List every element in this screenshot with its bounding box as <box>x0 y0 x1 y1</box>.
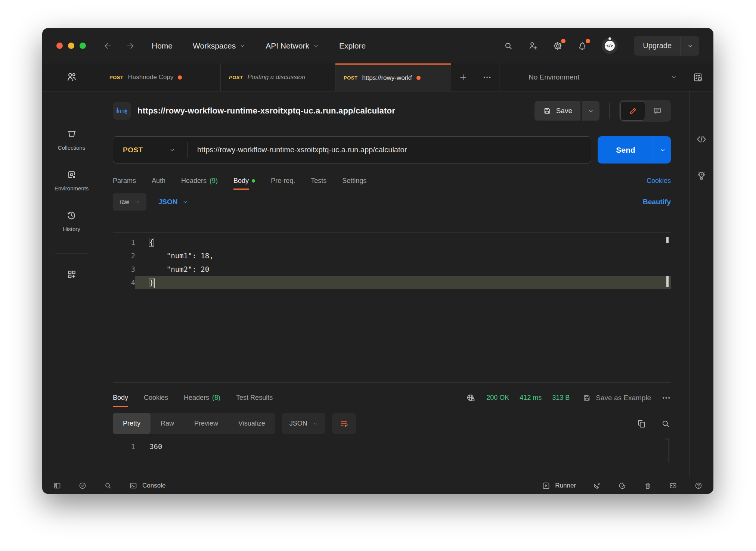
response-more-options[interactable]: ••• <box>662 395 671 401</box>
nav-api-network[interactable]: API Network <box>266 41 319 50</box>
window-controls <box>56 43 86 49</box>
globe-lock-icon[interactable] <box>465 393 476 403</box>
method-chevron-icon[interactable] <box>169 147 175 153</box>
chevron-down-icon <box>239 43 245 49</box>
body-mode-dropdown[interactable]: raw <box>113 193 146 211</box>
settings-gear-icon[interactable] <box>552 41 563 51</box>
chevron-down-icon <box>671 74 678 81</box>
sidebar-item-history[interactable]: History <box>63 209 80 232</box>
tab-posting-a-discussion[interactable]: POST Posting a discussion <box>221 63 335 91</box>
lightbulb-icon[interactable] <box>695 170 707 182</box>
response-tab-body[interactable]: Body <box>113 394 128 402</box>
cookies-link[interactable]: Cookies <box>647 177 671 185</box>
nav-explore[interactable]: Explore <box>339 41 366 50</box>
view-visualize[interactable]: Visualize <box>228 413 275 434</box>
search-response-icon[interactable] <box>660 418 671 429</box>
svg-text:HTTP: HTTP <box>117 109 127 113</box>
sidebar-add-block-button[interactable] <box>66 268 78 280</box>
response-controls: Pretty Raw Preview Visualize JSON <box>113 413 671 434</box>
response-type-dropdown[interactable]: JSON <box>282 413 325 434</box>
avatar[interactable]: </> <box>602 38 617 54</box>
help-icon[interactable] <box>694 481 703 490</box>
wrap-lines-icon <box>339 419 349 429</box>
comment-icon <box>653 106 662 116</box>
nav-home[interactable]: Home <box>152 41 173 50</box>
save-as-example-button[interactable]: Save as Example <box>582 393 651 402</box>
method-selector[interactable]: POST <box>123 146 169 154</box>
request-title: https://rowy-workflow-runtime-xsroitxptq… <box>137 106 395 116</box>
response-view-switcher: Pretty Raw Preview Visualize <box>113 413 275 434</box>
upgrade-button[interactable]: Upgrade <box>634 36 699 56</box>
console-button[interactable]: Console <box>129 481 165 490</box>
editor-scrollbar-mark[interactable] <box>666 237 669 243</box>
minimize-window-button[interactable] <box>68 43 74 49</box>
tab-rowy-workflow-active[interactable]: POST https://rowy-workf <box>335 63 451 91</box>
response-scrollbar[interactable] <box>669 439 669 463</box>
save-options-chevron[interactable] <box>582 101 599 121</box>
view-raw[interactable]: Raw <box>151 413 184 434</box>
chevron-down-icon <box>182 199 188 205</box>
response-status[interactable]: 200 OK <box>486 394 509 402</box>
response-tab-test-results[interactable]: Test Results <box>236 394 273 402</box>
tab-settings[interactable]: Settings <box>342 177 366 185</box>
close-window-button[interactable] <box>56 43 63 49</box>
runner-button[interactable]: Runner <box>542 481 576 490</box>
back-arrow-icon[interactable] <box>103 41 113 51</box>
response-body[interactable]: 1 360 <box>113 440 671 453</box>
find-icon[interactable] <box>103 481 112 490</box>
capture-requests-icon[interactable] <box>592 481 601 490</box>
maximize-window-button[interactable] <box>80 43 86 49</box>
sidebar-item-environments[interactable]: Environments <box>55 169 89 192</box>
more-tabs-button[interactable] <box>475 63 499 91</box>
copy-response-icon[interactable] <box>636 418 647 429</box>
divider <box>187 142 188 158</box>
tab-pre-request[interactable]: Pre-req. <box>271 177 295 185</box>
new-tab-button[interactable] <box>451 63 475 91</box>
url-input[interactable]: https://rowy-workflow-runtime-xsroitxptq… <box>197 146 407 154</box>
team-icon[interactable] <box>42 63 101 91</box>
tab-tests[interactable]: Tests <box>311 177 326 185</box>
panel-toggle-icon[interactable] <box>53 481 62 490</box>
request-body-editor[interactable]: 1 { 2 "num1": 18, 3 "num2": 20 4 } <box>113 232 671 382</box>
notifications-bell-icon[interactable] <box>577 41 588 51</box>
search-icon[interactable] <box>503 41 514 51</box>
editor-line: 2 "num1": 18, <box>113 249 671 262</box>
send-button[interactable]: Send <box>598 136 671 164</box>
request-tab-strip: POST Hashnode Copy POST Posting a discus… <box>42 63 713 91</box>
comment-button[interactable] <box>645 101 670 121</box>
edit-pencil-button[interactable] <box>620 101 645 121</box>
editor-scrollbar-mark[interactable] <box>666 276 669 287</box>
tab-params[interactable]: Params <box>113 177 136 185</box>
sidebar-item-collections[interactable]: Collections <box>58 128 85 151</box>
code-snippet-icon[interactable] <box>695 133 707 145</box>
right-rail <box>689 91 713 477</box>
tab-hashnode-copy[interactable]: POST Hashnode Copy <box>101 63 221 91</box>
send-options-chevron[interactable] <box>654 136 671 164</box>
tab-headers[interactable]: Headers(9) <box>181 177 218 185</box>
environment-quicklook-icon[interactable] <box>693 72 704 83</box>
body-type-dropdown[interactable]: JSON <box>158 198 188 206</box>
view-pretty[interactable]: Pretty <box>113 413 151 434</box>
editor-line: 3 "num2": 20 <box>113 262 671 276</box>
trash-icon[interactable] <box>643 481 652 490</box>
response-tab-headers[interactable]: Headers(8) <box>184 394 220 402</box>
split-pane-icon[interactable] <box>669 481 678 490</box>
nav-workspaces[interactable]: Workspaces <box>193 41 245 50</box>
upgrade-chevron[interactable] <box>681 36 699 56</box>
tab-auth[interactable]: Auth <box>152 177 165 185</box>
beautify-link[interactable]: Beautify <box>643 198 671 206</box>
tab-body[interactable]: Body <box>233 177 255 185</box>
forward-arrow-icon[interactable] <box>126 41 135 51</box>
wrap-lines-button[interactable] <box>332 413 356 434</box>
response-time[interactable]: 412 ms <box>520 394 542 402</box>
chevron-down-icon <box>313 43 319 49</box>
cookies-icon[interactable] <box>618 481 627 490</box>
checkmark-circle-icon[interactable] <box>78 481 87 490</box>
response-tab-cookies[interactable]: Cookies <box>144 394 168 402</box>
view-preview[interactable]: Preview <box>184 413 228 434</box>
save-button[interactable]: Save <box>535 101 580 121</box>
invite-user-icon[interactable] <box>528 41 538 51</box>
top-bar: Home Workspaces API Network Explore </> … <box>42 28 713 63</box>
environment-selector[interactable]: No Environment <box>499 63 713 91</box>
response-size[interactable]: 313 B <box>552 394 570 402</box>
